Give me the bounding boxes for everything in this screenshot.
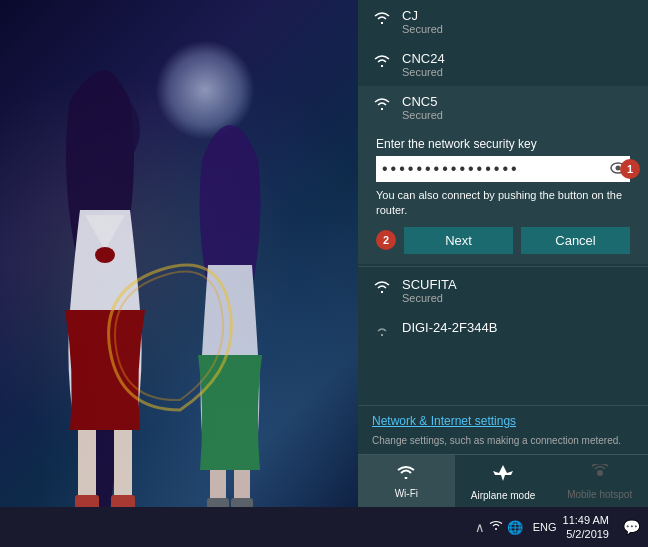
network-name-cnc5: CNC5 bbox=[402, 94, 443, 109]
panel-tabs: Wi-Fi Airplane mode Mobile hotspot bbox=[358, 454, 648, 510]
taskbar-time-display: 11:49 AM bbox=[563, 513, 609, 527]
divider-1 bbox=[358, 266, 648, 267]
wifi-signal-icon-cnc24 bbox=[372, 53, 392, 74]
cancel-button[interactable]: Cancel bbox=[521, 227, 630, 254]
svg-rect-1 bbox=[78, 430, 96, 500]
network-name-cnc24: CNC24 bbox=[402, 51, 445, 66]
tab-hotspot: Mobile hotspot bbox=[551, 455, 648, 510]
network-status-cj: Secured bbox=[402, 23, 443, 35]
action-buttons: 2 Next Cancel bbox=[376, 227, 630, 254]
tab-airplane-label: Airplane mode bbox=[471, 490, 535, 502]
network-item-cnc5: CNC5 Secured Enter the network security … bbox=[358, 86, 648, 264]
svg-rect-7 bbox=[210, 470, 226, 502]
network-name-digi: DIGI-24-2F344B bbox=[402, 320, 497, 335]
taskbar-right: ∧ 🌐 ENG 11:49 AM 5/2/2019 💬 bbox=[475, 513, 648, 542]
security-key-label: Enter the network security key bbox=[376, 137, 630, 151]
hotspot-tab-icon bbox=[590, 464, 610, 486]
network-item-digi[interactable]: DIGI-24-2F344B bbox=[358, 312, 648, 351]
network-status-cnc5: Secured bbox=[402, 109, 443, 121]
system-tray-expand-icon[interactable]: ∧ bbox=[475, 520, 485, 535]
tab-wifi[interactable]: Wi-Fi bbox=[358, 455, 455, 510]
security-key-section: Enter the network security key 1 You can… bbox=[372, 137, 634, 258]
tab-hotspot-label: Mobile hotspot bbox=[567, 489, 632, 501]
network-status-scufita: Secured bbox=[402, 292, 457, 304]
wifi-signal-icon-cj bbox=[372, 10, 392, 31]
tab-airplane[interactable]: Airplane mode bbox=[455, 455, 552, 510]
taskbar: ∧ 🌐 ENG 11:49 AM 5/2/2019 💬 bbox=[0, 507, 648, 547]
network-info-cnc24: CNC24 Secured bbox=[402, 51, 445, 78]
network-settings-link[interactable]: Network & Internet settings bbox=[372, 414, 634, 428]
network-settings-desc: Change settings, such as making a connec… bbox=[372, 435, 621, 446]
network-info-digi: DIGI-24-2F344B bbox=[402, 320, 497, 335]
cnc5-header: CNC5 Secured bbox=[372, 94, 443, 121]
wifi-tab-icon bbox=[396, 465, 416, 485]
badge-1: 1 bbox=[620, 159, 640, 179]
svg-rect-8 bbox=[234, 470, 250, 502]
taskbar-clock[interactable]: 11:49 AM 5/2/2019 bbox=[563, 513, 609, 542]
network-status-cnc24: Secured bbox=[402, 66, 445, 78]
network-name-cj: CJ bbox=[402, 8, 443, 23]
wallpaper bbox=[0, 0, 370, 510]
network-tray-icon[interactable] bbox=[489, 520, 503, 535]
notification-center-icon[interactable]: 💬 bbox=[623, 519, 640, 535]
password-input[interactable] bbox=[376, 156, 630, 182]
network-name-scufita: SCUFITA bbox=[402, 277, 457, 292]
tab-wifi-label: Wi-Fi bbox=[395, 488, 418, 500]
taskbar-date-display: 5/2/2019 bbox=[566, 527, 609, 541]
network-info-scufita: SCUFITA Secured bbox=[402, 277, 457, 304]
badge-2: 2 bbox=[376, 230, 396, 250]
wifi-panel: CJ Secured CNC24 Secured bbox=[358, 0, 648, 510]
svg-rect-2 bbox=[114, 430, 132, 500]
taskbar-system-icons: ∧ 🌐 bbox=[475, 520, 523, 535]
wifi-signal-icon-scufita bbox=[372, 279, 392, 300]
network-item-cj[interactable]: CJ Secured bbox=[358, 0, 648, 43]
network-item-cnc24[interactable]: CNC24 Secured bbox=[358, 43, 648, 86]
svg-point-13 bbox=[597, 470, 603, 476]
network-info-cj: CJ Secured bbox=[402, 8, 443, 35]
router-hint: You can also connect by pushing the butt… bbox=[376, 188, 630, 219]
language-indicator[interactable]: ENG bbox=[533, 521, 557, 533]
password-input-wrap: 1 bbox=[376, 156, 630, 182]
network-item-scufita[interactable]: SCUFITA Secured bbox=[358, 269, 648, 312]
network-info-cnc5: CNC5 Secured bbox=[402, 94, 443, 121]
globe-tray-icon[interactable]: 🌐 bbox=[507, 520, 523, 535]
next-button[interactable]: Next bbox=[404, 227, 513, 254]
energy-swirl bbox=[80, 230, 280, 430]
network-settings: Network & Internet settings Change setti… bbox=[358, 405, 648, 454]
airplane-tab-icon bbox=[493, 463, 513, 487]
wifi-signal-icon-cnc5 bbox=[372, 96, 392, 117]
wifi-signal-icon-digi bbox=[372, 322, 392, 343]
